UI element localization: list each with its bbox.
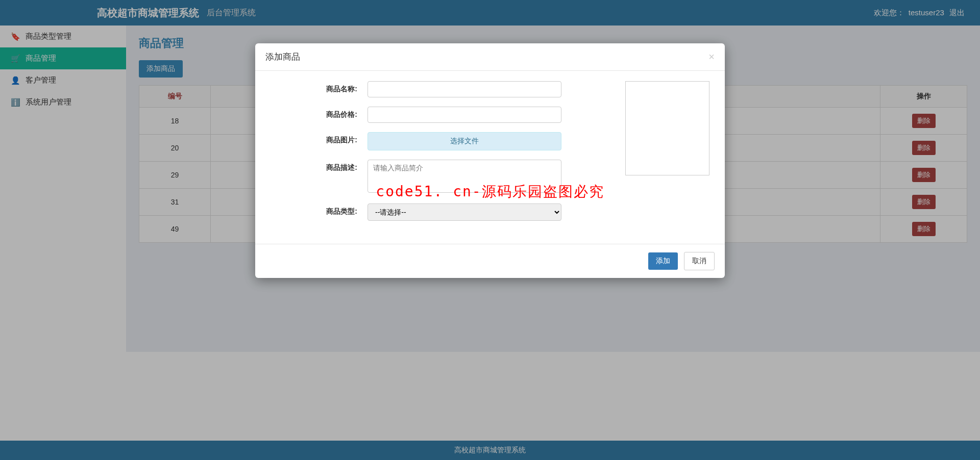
label-product-image: 商品图片: (271, 132, 368, 145)
submit-button[interactable]: 添加 (648, 252, 678, 270)
modal-overlay[interactable]: 添加商品 × 商品名称: 商品价格: 商品图片: 选择文件 商品描述: (0, 0, 980, 352)
image-preview (625, 81, 709, 175)
modal-header: 添加商品 × (255, 43, 725, 71)
product-desc-textarea[interactable] (368, 160, 561, 193)
label-product-name: 商品名称: (271, 81, 368, 94)
label-product-price: 商品价格: (271, 107, 368, 119)
product-name-input[interactable] (368, 81, 561, 97)
modal-body: 商品名称: 商品价格: 商品图片: 选择文件 商品描述: 商品类型: (255, 71, 725, 244)
choose-file-button[interactable]: 选择文件 (368, 132, 561, 150)
modal-title: 添加商品 (265, 51, 300, 63)
close-icon[interactable]: × (708, 51, 715, 63)
cancel-button[interactable]: 取消 (684, 252, 715, 270)
product-price-input[interactable] (368, 107, 561, 123)
product-type-select[interactable]: --请选择-- (368, 203, 561, 221)
label-product-desc: 商品描述: (271, 160, 368, 172)
add-product-modal: 添加商品 × 商品名称: 商品价格: 商品图片: 选择文件 商品描述: (255, 43, 725, 278)
modal-footer: 添加 取消 (255, 244, 725, 278)
label-product-type: 商品类型: (271, 203, 368, 216)
